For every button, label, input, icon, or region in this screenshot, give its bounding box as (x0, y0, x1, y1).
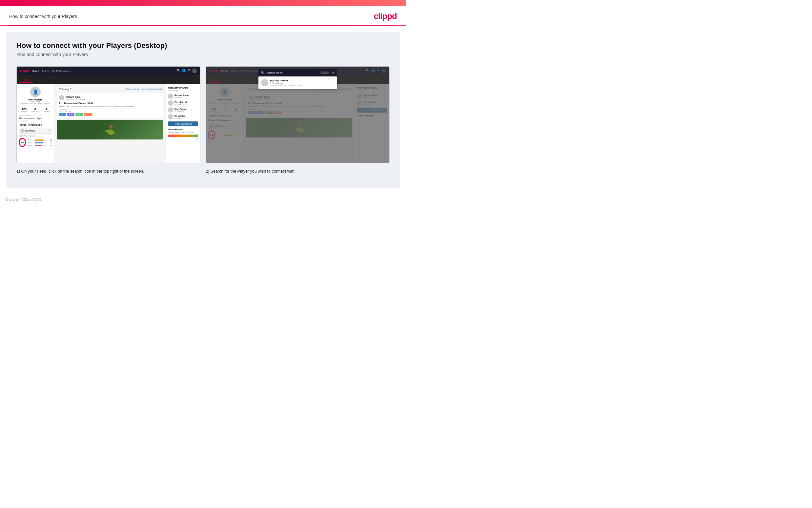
search-input-text[interactable]: Marcus Turner (267, 71, 318, 74)
app-body-1: 👤 Blair McHarg Golf Coach Mill Ride Golf… (17, 84, 200, 163)
caption-1: 1) On your Feed, click on the search ico… (16, 168, 200, 175)
feed-tab[interactable]: Feed (19, 78, 32, 83)
metric-ott: OTT 79 (28, 139, 52, 141)
nav-home[interactable]: Home (32, 70, 39, 73)
search-result-item[interactable]: Marcus Turner 1.5 Handicap Cypress Point… (261, 79, 335, 86)
tag-arg: ARG (76, 113, 83, 116)
metric-arg-bar-bg (35, 145, 47, 146)
logo: clippd (374, 11, 397, 21)
metric-arg-label: ARG (28, 144, 34, 146)
stats-row: 129 Activities 3 Followers 4 Following (19, 107, 52, 113)
pli-act-2: Activities: 4 (175, 103, 187, 105)
main-subtitle: Find and connect with your Players (16, 52, 390, 57)
middle-panel-1: Following ▾ Control who can see your act… (54, 84, 165, 163)
tag-putt: PUTT (84, 113, 93, 116)
search-bar-popup[interactable]: 🔍 Marcus Turner CLEAR ✕ (258, 69, 337, 76)
activity-card-header: Richard Butler Yesterday · The Grove (59, 95, 161, 100)
pli-avatar-4 (168, 114, 173, 120)
following-button[interactable]: Following ▾ (57, 87, 74, 91)
left-panel-1: 👤 Blair McHarg Golf Coach Mill Ride Golf… (17, 84, 54, 163)
pli-act-1: Activities: 7 (175, 96, 189, 98)
profile-avatar: 👤 (30, 87, 41, 97)
metric-arg-value: 61 (48, 144, 52, 146)
search-popup-icon: 🔍 (261, 71, 265, 75)
activity-card: Richard Butler Yesterday · The Grove Pre… (57, 93, 163, 118)
main-title: How to connect with your Players (Deskto… (16, 41, 390, 50)
most-active-period: Last 30 days (168, 90, 198, 92)
pli-name-3: Hiral Pujara (175, 108, 186, 110)
close-icon[interactable]: ✕ (332, 71, 335, 75)
settings-icon: ⚙ (188, 69, 190, 73)
caption-2-area: 2) Search for the Player you wish to con… (206, 163, 390, 175)
metric-arg: ARG 61 (28, 144, 52, 146)
player-select[interactable]: Eli Vincent ▾ (19, 128, 52, 134)
screenshot-1: clippd Home Teams My Performance 🔍 👥 ⚙ (16, 66, 200, 163)
metric-ott-bar-bg (35, 139, 47, 141)
profile-club: Mill Ride Golf Club, United Kingdom (19, 103, 52, 105)
pli-info-3: Hiral Pujara Activities: 3 (175, 108, 186, 112)
most-active-title: Most Active Players (168, 87, 198, 89)
nav-my-performance[interactable]: My Performance (52, 70, 71, 73)
nav-teams[interactable]: Teams (42, 70, 50, 73)
pli-act-3: Activities: 3 (175, 110, 186, 112)
player-select-arrow-icon[interactable]: ▾ (49, 129, 50, 132)
sr-name: Marcus Turner (270, 79, 302, 82)
card-title: Pre Tournament Course Walk (59, 102, 161, 105)
top-bar (0, 0, 406, 6)
tag-ott: OTT (59, 113, 66, 116)
profile-name: Blair McHarg (19, 98, 52, 101)
player-select-name: Eli Vincent (25, 130, 49, 132)
team-heatmap-label: Team Heatmap (168, 128, 198, 131)
stat-following-num: 4 (43, 107, 50, 111)
header: How to connect with your Players clippd (0, 6, 406, 26)
sr-handicap: 1.5 Handicap (270, 82, 302, 84)
screenshot-2-container: clippd Home Teams My Performance 🔍 👥 ⚙ (206, 66, 390, 175)
course-image: ⛳ (57, 120, 163, 139)
stat-following: 4 Following (43, 107, 50, 113)
search-icon[interactable]: 🔍 (177, 69, 180, 73)
people-icon[interactable]: 👥 (182, 69, 186, 73)
feed-control-bar: Following ▾ Control who can see your act… (57, 87, 163, 91)
list-item: Hiral Pujara Activities: 3 (168, 107, 198, 113)
control-link[interactable]: Control who can see your activity and da… (126, 88, 163, 90)
screenshots-row: clippd Home Teams My Performance 🔍 👥 ⚙ (16, 66, 390, 175)
metric-bars: OTT 79 APP (28, 139, 52, 147)
pli-info-1: Richard Butler Activities: 7 (175, 94, 189, 98)
tag-app: APP (67, 113, 75, 116)
tpq-label: Total Player Quality (19, 135, 52, 137)
metric-app: APP 70 (28, 142, 52, 144)
following-chevron-icon: ▾ (70, 88, 71, 90)
pli-name-1: Richard Butler (175, 94, 189, 96)
pli-avatar-1 (168, 93, 173, 99)
card-user-info: Richard Butler Yesterday · The Grove (65, 96, 85, 100)
metric-ott-value: 79 (48, 139, 52, 141)
list-item: Richard Butler Activities: 7 (168, 93, 198, 99)
metric-ott-label: OTT (28, 139, 34, 141)
pli-name-4: Eli Vincent (175, 115, 185, 117)
card-duration-value: 02 hr : 00 min (59, 110, 161, 112)
pli-avatar-2 (168, 100, 173, 106)
team-heatmap-period: Player Quality · 20 Round Trend (168, 132, 198, 134)
pli-avatar-3 (168, 107, 173, 113)
user-avatar-nav[interactable] (192, 69, 197, 73)
app-nav-items: Home Teams My Performance (32, 70, 71, 73)
pli-name-2: Piers Parnell (175, 101, 187, 103)
team-dashboard-button[interactable]: Team Dashboard (168, 121, 198, 126)
stat-followers-label: Followers (31, 111, 39, 113)
pli-act-4: Activities: 1 (175, 117, 185, 119)
heatmap-label-minus: -5 (168, 138, 169, 140)
clear-button[interactable]: CLEAR (320, 71, 330, 74)
metric-app-bar-fill (35, 142, 43, 143)
list-item: Piers Parnell Activities: 4 (168, 100, 198, 106)
search-result-dropdown[interactable]: Marcus Turner 1.5 Handicap Cypress Point… (258, 77, 337, 89)
stat-followers-num: 3 (31, 107, 39, 111)
page-title: How to connect with your Players (9, 14, 77, 19)
card-desc: Walking the course with my coach to buil… (59, 105, 161, 107)
metric-app-value: 70 (48, 142, 52, 144)
stat-activities-num: 129 (21, 107, 28, 111)
team-heatmap-labels: -5 +5 (168, 138, 198, 140)
metric-arg-bar-fill (35, 145, 42, 146)
metric-app-label: APP (28, 142, 34, 144)
feed-tab-bar: Feed (17, 75, 200, 84)
latest-activity-label: Latest Activity (19, 115, 52, 117)
